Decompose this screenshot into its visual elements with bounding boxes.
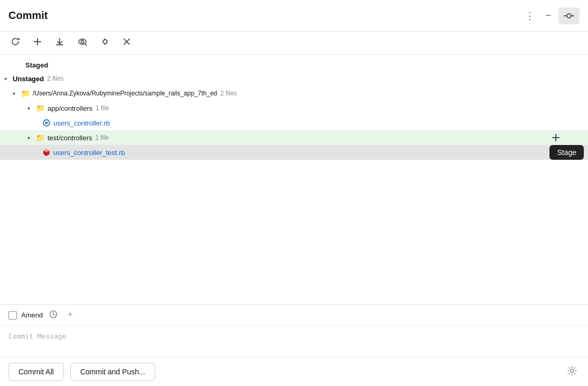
clock-icon [49,310,58,319]
toolbar [0,32,588,55]
svg-line-22 [53,314,55,315]
amend-checkbox[interactable] [8,311,17,320]
ruby-file-icon [42,148,51,157]
commit-message-placeholder: Commit Message [8,332,67,340]
more-options-button[interactable]: ⋮ [522,8,538,24]
project-path-row[interactable]: ▾ 📁 /Users/Anna.Zykova/RubymineProjects/… [0,86,588,101]
path-chevron: ▾ [13,91,19,96]
settings-button[interactable] [565,363,580,381]
amend-label: Amend [21,311,43,319]
users-controller-row[interactable]: users_controller.rb [0,115,588,130]
file-tree: Staged ▾ Unstaged 2 files ▾ 📁 /Users/Ann… [0,55,588,304]
stage-tooltip[interactable]: Stage [549,145,584,160]
commit-buttons-row: Commit All Commit and Push... [0,358,588,386]
app-controllers-chevron: ▾ [27,105,34,111]
header-actions: ⋮ − [522,7,580,24]
folder-icon: 📁 [21,89,30,98]
ai-sparkle-button[interactable] [64,309,77,321]
expand-collapse-button[interactable] [98,36,112,50]
eye-button[interactable] [75,36,90,50]
stage-plus-icon[interactable] [551,133,561,142]
commit-message-area[interactable]: Commit Message [0,326,588,358]
commit-all-button[interactable]: Commit All [8,363,64,381]
download-button[interactable] [53,36,67,50]
svg-point-6 [79,39,86,44]
app-folder-icon: 📁 [36,104,45,112]
sparkle-icon [66,310,74,319]
users-controller-test-filename: users_controller_test.rb [53,149,125,157]
test-controllers-label: test/controllers [48,134,92,142]
unstaged-chevron: ▾ [4,76,11,82]
add-button[interactable] [31,36,44,50]
more-icon: ⋮ [525,10,535,22]
unstaged-count: 2 files [47,75,63,82]
test-controllers-chevron: ▾ [27,135,34,141]
eye-icon [77,37,88,46]
minimize-button[interactable]: − [542,8,554,23]
project-path-count: 2 files [221,90,237,97]
users-controller-test-row[interactable]: users_controller_test.rb Stage [0,145,588,160]
svg-point-23 [571,369,574,372]
amend-row: Amend [0,305,588,326]
refresh-icon [11,37,20,46]
app-controllers-count: 1 file [96,104,109,112]
git-toggle-button[interactable] [558,7,580,24]
project-path: /Users/Anna.Zykova/RubymineProjects/samp… [33,90,217,97]
test-controllers-count: 1 file [96,134,109,141]
test-controllers-row[interactable]: ▾ 📁 test/controllers 1 file [0,130,588,145]
expand-icon [100,37,110,46]
svg-point-12 [45,122,48,124]
download-icon [55,37,64,46]
settings-icon [567,365,577,376]
amend-history-button[interactable] [47,309,60,321]
git-commit-icon [564,11,574,21]
app-controllers-row[interactable]: ▾ 📁 app/controllers 1 file [0,101,588,115]
staged-label: Staged [0,59,588,71]
bottom-section: Amend Commit Message Commit All Commit a… [0,304,588,386]
commit-and-push-button[interactable]: Commit and Push... [70,363,155,381]
header: Commit ⋮ − [0,0,588,32]
minimize-icon: − [545,10,551,21]
refresh-button[interactable] [8,36,22,50]
unstaged-label: Unstaged [13,75,44,83]
svg-point-0 [567,14,571,18]
svg-point-7 [81,41,84,43]
app-controllers-label: app/controllers [48,104,92,112]
close-button[interactable] [120,36,133,50]
rubymine-file-icon [42,119,51,127]
unstaged-group[interactable]: ▾ Unstaged 2 files [0,71,588,86]
test-folder-icon: 📁 [36,133,45,142]
users-controller-filename: users_controller.rb [53,119,110,127]
page-title: Commit [8,9,522,22]
plus-icon [33,37,42,46]
close-icon [122,37,131,46]
